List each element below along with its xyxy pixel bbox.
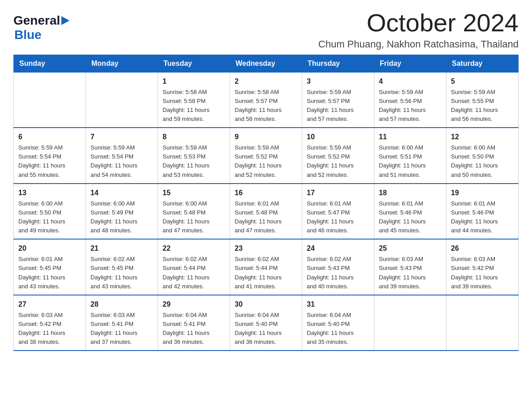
- calendar-cell: 25Sunrise: 6:03 AM Sunset: 5:43 PM Dayli…: [374, 239, 446, 295]
- day-header-monday: Monday: [86, 55, 158, 72]
- day-info: Sunrise: 6:03 AM Sunset: 5:42 PM Dayligh…: [18, 311, 81, 347]
- day-info: Sunrise: 5:58 AM Sunset: 5:58 PM Dayligh…: [163, 88, 225, 124]
- day-info: Sunrise: 6:04 AM Sunset: 5:41 PM Dayligh…: [163, 311, 225, 347]
- day-info: Sunrise: 6:00 AM Sunset: 5:50 PM Dayligh…: [451, 143, 514, 180]
- day-info: Sunrise: 6:02 AM Sunset: 5:44 PM Dayligh…: [235, 255, 297, 291]
- day-info: Sunrise: 6:00 AM Sunset: 5:50 PM Dayligh…: [18, 199, 81, 235]
- logo: General Blue: [13, 13, 69, 42]
- calendar-cell: 8Sunrise: 5:59 AM Sunset: 5:53 PM Daylig…: [158, 128, 230, 184]
- calendar-cell: 11Sunrise: 6:00 AM Sunset: 5:51 PM Dayli…: [374, 128, 446, 184]
- calendar-week-2: 6Sunrise: 5:59 AM Sunset: 5:54 PM Daylig…: [14, 128, 519, 184]
- calendar-cell: 31Sunrise: 6:04 AM Sunset: 5:40 PM Dayli…: [302, 295, 374, 351]
- calendar-cell: 6Sunrise: 5:59 AM Sunset: 5:54 PM Daylig…: [14, 128, 86, 184]
- day-info: Sunrise: 6:02 AM Sunset: 5:43 PM Dayligh…: [307, 255, 369, 291]
- calendar-week-4: 20Sunrise: 6:01 AM Sunset: 5:45 PM Dayli…: [14, 239, 519, 295]
- day-number: 16: [235, 188, 297, 198]
- calendar-cell: 15Sunrise: 6:00 AM Sunset: 5:48 PM Dayli…: [158, 184, 230, 240]
- day-number: 1: [163, 76, 225, 87]
- day-info: Sunrise: 5:59 AM Sunset: 5:54 PM Dayligh…: [90, 143, 153, 180]
- calendar-cell: 29Sunrise: 6:04 AM Sunset: 5:41 PM Dayli…: [158, 295, 230, 351]
- calendar-cell: 2Sunrise: 5:58 AM Sunset: 5:57 PM Daylig…: [230, 72, 302, 128]
- day-number: 11: [379, 132, 442, 142]
- day-info: Sunrise: 6:04 AM Sunset: 5:40 PM Dayligh…: [307, 311, 369, 347]
- day-number: 20: [18, 243, 81, 254]
- day-info: Sunrise: 6:02 AM Sunset: 5:45 PM Dayligh…: [90, 255, 153, 291]
- day-info: Sunrise: 5:59 AM Sunset: 5:53 PM Dayligh…: [163, 143, 225, 180]
- calendar-cell: 20Sunrise: 6:01 AM Sunset: 5:45 PM Dayli…: [14, 239, 86, 295]
- calendar-cell: 30Sunrise: 6:04 AM Sunset: 5:40 PM Dayli…: [230, 295, 302, 351]
- page-subtitle: Chum Phuang, Nakhon Ratchasima, Thailand: [318, 39, 519, 50]
- calendar-cell: 27Sunrise: 6:03 AM Sunset: 5:42 PM Dayli…: [14, 295, 86, 351]
- day-number: 2: [235, 76, 297, 87]
- day-number: 19: [451, 188, 514, 198]
- calendar-cell: 24Sunrise: 6:02 AM Sunset: 5:43 PM Dayli…: [302, 239, 374, 295]
- day-number: 23: [235, 243, 297, 254]
- day-info: Sunrise: 6:00 AM Sunset: 5:49 PM Dayligh…: [90, 199, 153, 235]
- day-info: Sunrise: 5:59 AM Sunset: 5:56 PM Dayligh…: [379, 88, 442, 124]
- day-info: Sunrise: 6:01 AM Sunset: 5:45 PM Dayligh…: [18, 255, 81, 291]
- day-number: 25: [379, 243, 442, 254]
- calendar-cell: 7Sunrise: 5:59 AM Sunset: 5:54 PM Daylig…: [86, 128, 158, 184]
- day-number: 9: [235, 132, 297, 142]
- days-header-row: SundayMondayTuesdayWednesdayThursdayFrid…: [14, 55, 519, 72]
- calendar-cell: 19Sunrise: 6:01 AM Sunset: 5:46 PM Dayli…: [446, 184, 519, 240]
- day-number: 18: [379, 188, 442, 198]
- day-number: 8: [163, 132, 225, 142]
- day-number: 28: [90, 299, 153, 310]
- day-number: 5: [451, 76, 514, 87]
- calendar-cell: 22Sunrise: 6:02 AM Sunset: 5:44 PM Dayli…: [158, 239, 230, 295]
- logo-blue: Blue: [14, 28, 42, 42]
- day-number: 24: [307, 243, 369, 254]
- day-number: 29: [163, 299, 225, 310]
- day-info: Sunrise: 6:00 AM Sunset: 5:51 PM Dayligh…: [379, 143, 442, 180]
- title-area: October 2024 Chum Phuang, Nakhon Ratchas…: [318, 9, 519, 50]
- calendar-week-5: 27Sunrise: 6:03 AM Sunset: 5:42 PM Dayli…: [14, 295, 519, 351]
- day-header-friday: Friday: [374, 55, 446, 72]
- calendar-cell: 9Sunrise: 5:59 AM Sunset: 5:52 PM Daylig…: [230, 128, 302, 184]
- day-number: 7: [90, 132, 153, 142]
- day-info: Sunrise: 5:59 AM Sunset: 5:55 PM Dayligh…: [451, 88, 514, 124]
- day-header-tuesday: Tuesday: [158, 55, 230, 72]
- calendar-cell: 28Sunrise: 6:03 AM Sunset: 5:41 PM Dayli…: [86, 295, 158, 351]
- day-info: Sunrise: 6:02 AM Sunset: 5:44 PM Dayligh…: [163, 255, 225, 291]
- calendar-cell: 4Sunrise: 5:59 AM Sunset: 5:56 PM Daylig…: [374, 72, 446, 128]
- calendar-cell: 26Sunrise: 6:03 AM Sunset: 5:42 PM Dayli…: [446, 239, 519, 295]
- calendar-cell: 1Sunrise: 5:58 AM Sunset: 5:58 PM Daylig…: [158, 72, 230, 128]
- day-number: 6: [18, 132, 81, 142]
- day-info: Sunrise: 6:01 AM Sunset: 5:47 PM Dayligh…: [307, 199, 369, 235]
- svg-marker-0: [61, 16, 69, 25]
- logo-triangle-icon: [61, 16, 69, 25]
- calendar-cell: 12Sunrise: 6:00 AM Sunset: 5:50 PM Dayli…: [446, 128, 519, 184]
- calendar-cell: 23Sunrise: 6:02 AM Sunset: 5:44 PM Dayli…: [230, 239, 302, 295]
- calendar-cell: 10Sunrise: 5:59 AM Sunset: 5:52 PM Dayli…: [302, 128, 374, 184]
- day-info: Sunrise: 6:04 AM Sunset: 5:40 PM Dayligh…: [235, 311, 297, 347]
- day-number: 12: [451, 132, 514, 142]
- day-number: 30: [235, 299, 297, 310]
- calendar-cell: [86, 72, 158, 128]
- day-number: 31: [307, 299, 369, 310]
- logo-general: General: [13, 13, 60, 28]
- day-number: 13: [18, 188, 81, 198]
- day-number: 3: [307, 76, 369, 87]
- day-number: 10: [307, 132, 369, 142]
- calendar-week-1: 1Sunrise: 5:58 AM Sunset: 5:58 PM Daylig…: [14, 72, 519, 128]
- calendar-cell: [374, 295, 446, 351]
- calendar-cell: 21Sunrise: 6:02 AM Sunset: 5:45 PM Dayli…: [86, 239, 158, 295]
- day-number: 15: [163, 188, 225, 198]
- day-header-thursday: Thursday: [302, 55, 374, 72]
- calendar-cell: [14, 72, 86, 128]
- day-header-saturday: Saturday: [446, 55, 519, 72]
- calendar-cell: 13Sunrise: 6:00 AM Sunset: 5:50 PM Dayli…: [14, 184, 86, 240]
- day-info: Sunrise: 5:59 AM Sunset: 5:52 PM Dayligh…: [235, 143, 297, 180]
- calendar-cell: 16Sunrise: 6:01 AM Sunset: 5:48 PM Dayli…: [230, 184, 302, 240]
- day-info: Sunrise: 6:00 AM Sunset: 5:48 PM Dayligh…: [163, 199, 225, 235]
- calendar-cell: 17Sunrise: 6:01 AM Sunset: 5:47 PM Dayli…: [302, 184, 374, 240]
- day-number: 14: [90, 188, 153, 198]
- day-info: Sunrise: 5:59 AM Sunset: 5:54 PM Dayligh…: [18, 143, 81, 180]
- day-number: 17: [307, 188, 369, 198]
- day-info: Sunrise: 6:03 AM Sunset: 5:43 PM Dayligh…: [379, 255, 442, 291]
- calendar-cell: 3Sunrise: 5:59 AM Sunset: 5:57 PM Daylig…: [302, 72, 374, 128]
- calendar-body: 1Sunrise: 5:58 AM Sunset: 5:58 PM Daylig…: [14, 72, 519, 351]
- day-number: 21: [90, 243, 153, 254]
- calendar-table: SundayMondayTuesdayWednesdayThursdayFrid…: [13, 55, 519, 351]
